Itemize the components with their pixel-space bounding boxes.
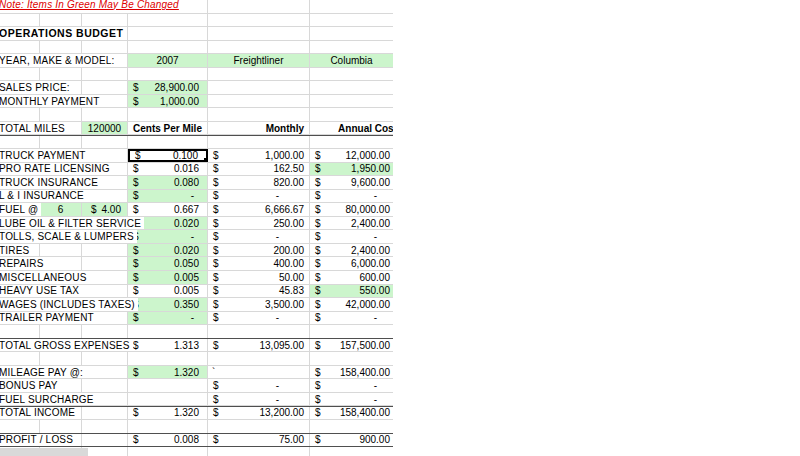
row-label[interactable]: TRAILER PAYMENT: [0, 312, 97, 325]
cell-E13[interactable]: $162.50: [208, 163, 310, 176]
cell-C11[interactable]: [82, 136, 128, 149]
cell-B32[interactable]: [40, 420, 82, 433]
cell-E10[interactable]: Monthly: [208, 122, 310, 135]
cell-F19[interactable]: $2,400.00: [310, 244, 393, 257]
cell-B25[interactable]: [40, 325, 82, 338]
cell-D9[interactable]: [128, 108, 208, 121]
cell-F27[interactable]: [310, 352, 393, 365]
cell-C33[interactable]: [82, 434, 128, 447]
row-label[interactable]: LUBE OIL & FILTER SERVICE: [0, 217, 144, 230]
cell-E29[interactable]: $-: [208, 379, 310, 392]
cell-D32[interactable]: [128, 420, 208, 433]
cell-F23[interactable]: $42,000.00: [310, 298, 393, 311]
cell-F24[interactable]: $-: [310, 312, 393, 325]
cell-D21[interactable]: $0.005: [128, 271, 208, 284]
cell-D33[interactable]: $0.008: [128, 434, 208, 447]
cell-F2[interactable]: [310, 14, 393, 27]
cell-E25[interactable]: [208, 325, 310, 338]
cell-A25[interactable]: [0, 325, 40, 338]
cell-D7[interactable]: $28,900.00: [128, 81, 208, 94]
cell-E2[interactable]: [208, 14, 310, 27]
cell-B6[interactable]: [40, 68, 82, 81]
cell-F7[interactable]: [310, 81, 393, 94]
cell-E17[interactable]: $250.00: [208, 217, 310, 230]
cell-E34[interactable]: [208, 447, 310, 456]
cell-D25[interactable]: [128, 325, 208, 338]
cell-F33[interactable]: $900.00: [310, 434, 393, 447]
row-label[interactable]: WAGES (INCLUDES TAXES): [0, 298, 138, 311]
cell-B9[interactable]: [40, 108, 82, 121]
cell-A32[interactable]: [0, 420, 40, 433]
cell-C34[interactable]: [82, 447, 128, 456]
cell-E26[interactable]: $13,095.00: [208, 339, 310, 352]
cell-F12[interactable]: $12,000.00: [310, 149, 393, 162]
cell-C28[interactable]: [82, 366, 128, 379]
cell-E32[interactable]: [208, 420, 310, 433]
cell-E4[interactable]: [208, 41, 310, 54]
cell-D3[interactable]: [128, 27, 208, 40]
row-label[interactable]: MISCELLANEOUS: [0, 271, 90, 284]
cell-F11[interactable]: [310, 136, 393, 149]
cell-E19[interactable]: $200.00: [208, 244, 310, 257]
row-label[interactable]: FUEL @: [0, 203, 41, 216]
cell-F13[interactable]: $1,950.00: [310, 163, 393, 176]
cell-F5[interactable]: Columbia: [310, 54, 393, 67]
cell-E27[interactable]: [208, 352, 310, 365]
cell-C32[interactable]: [82, 420, 128, 433]
row-label[interactable]: REPAIRS: [0, 257, 47, 270]
cell-E3[interactable]: [208, 27, 310, 40]
cell-D18[interactable]: $-: [128, 230, 208, 243]
cell-D24[interactable]: $-: [128, 312, 208, 325]
cell-F17[interactable]: $2,400.00: [310, 217, 393, 230]
cell-F26[interactable]: $157,500.00: [310, 339, 393, 352]
cell-E6[interactable]: [208, 68, 310, 81]
row-label[interactable]: L & I INSURANCE: [0, 190, 87, 203]
cell-D16[interactable]: $0.667: [128, 203, 208, 216]
cell-C10[interactable]: 120000: [82, 122, 128, 135]
cell-E9[interactable]: [208, 108, 310, 121]
cell-C15[interactable]: [82, 190, 128, 203]
cell-C12[interactable]: [82, 149, 128, 162]
cell-E14[interactable]: $820.00: [208, 176, 310, 189]
cell-D10[interactable]: Cents Per Mile: [128, 122, 208, 135]
row-label[interactable]: HEAVY USE TAX: [0, 285, 82, 298]
cell-D14[interactable]: $0.080: [128, 176, 208, 189]
cell-B19[interactable]: [40, 244, 82, 257]
row-label[interactable]: TRUCK PAYMENT: [0, 149, 89, 162]
cell-A2[interactable]: [0, 14, 40, 27]
cell-E24[interactable]: $-: [208, 312, 310, 325]
cell-F22[interactable]: $550.00: [310, 285, 393, 298]
cell-D28[interactable]: $1.320: [128, 366, 208, 379]
cell-F21[interactable]: $600.00: [310, 271, 393, 284]
row-label[interactable]: TOTAL MILES: [0, 122, 68, 135]
cell-D11[interactable]: [128, 136, 208, 149]
cell-C4[interactable]: [82, 41, 128, 54]
cell-F9[interactable]: [310, 108, 393, 121]
row-label[interactable]: MONTHLY PAYMENT: [0, 95, 103, 108]
cell-D15[interactable]: $-: [128, 190, 208, 203]
row-label[interactable]: TIRES: [0, 244, 32, 257]
sheet-title[interactable]: OPERATIONS BUDGET: [0, 27, 126, 40]
cell-E5[interactable]: Freightliner: [208, 54, 310, 67]
selected-cell[interactable]: $0.100: [128, 149, 208, 162]
cell-D26[interactable]: $1.313: [128, 339, 208, 352]
cell-E30[interactable]: $-: [208, 393, 310, 406]
cell-F32[interactable]: [310, 420, 393, 433]
cell-D34[interactable]: [128, 447, 208, 456]
cell-F29[interactable]: $-: [310, 379, 393, 392]
cell-F20[interactable]: $6,000.00: [310, 257, 393, 270]
row-label[interactable]: TOTAL INCOME: [0, 407, 78, 420]
row-label[interactable]: BONUS PAY: [0, 379, 61, 392]
cell-D5[interactable]: 2007: [128, 54, 208, 67]
cell-E22[interactable]: $45.83: [208, 285, 310, 298]
cell-F1[interactable]: [310, 0, 393, 13]
cell-F16[interactable]: $80,000.00: [310, 203, 393, 216]
cell-E7[interactable]: [208, 81, 310, 94]
cell-C6[interactable]: [82, 68, 128, 81]
cell-D27[interactable]: [128, 352, 208, 365]
cell-D20[interactable]: $0.050: [128, 257, 208, 270]
cell-F6[interactable]: [310, 68, 393, 81]
cell-C9[interactable]: [82, 108, 128, 121]
cell-D19[interactable]: $0.020: [128, 244, 208, 257]
cell-F4[interactable]: [310, 41, 393, 54]
